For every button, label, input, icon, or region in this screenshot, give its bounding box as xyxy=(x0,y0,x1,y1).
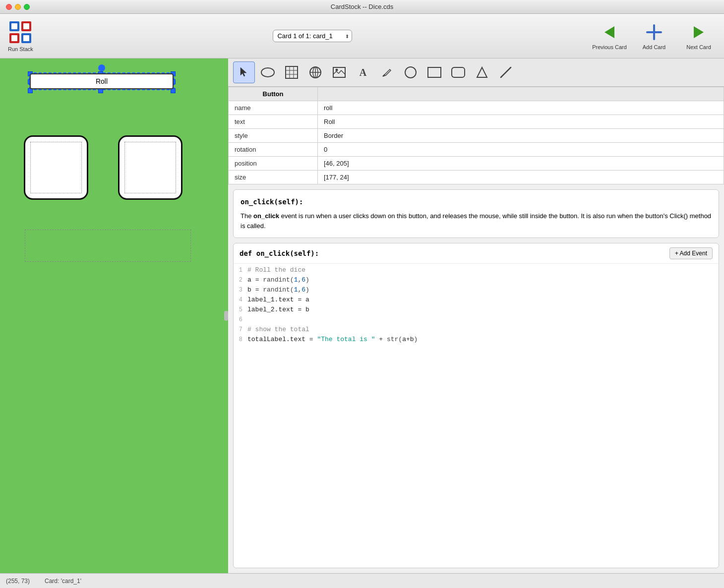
code-line-4: 4 label_1.text = a xyxy=(234,295,719,305)
card-selector[interactable]: Card 1 of 1: card_1 xyxy=(273,30,352,42)
tool-circle[interactable] xyxy=(400,61,422,83)
prop-value[interactable]: roll xyxy=(318,101,724,115)
tool-pen[interactable] xyxy=(376,61,398,83)
resize-handle[interactable] xyxy=(224,311,228,321)
table-row[interactable]: textRoll xyxy=(229,115,724,129)
dice-1-inner xyxy=(30,142,82,193)
code-editor[interactable]: def on_click(self): + Add Event 1 # Roll… xyxy=(233,243,719,568)
tool-pointer[interactable] xyxy=(233,61,255,83)
previous-card-icon xyxy=(600,22,619,42)
title-bar: CardStock -- Dice.cds xyxy=(0,0,724,14)
run-stack-button[interactable]: Run Stack xyxy=(8,20,33,52)
svg-rect-26 xyxy=(452,67,465,77)
prop-header-value xyxy=(318,87,724,101)
prop-header-property: Button xyxy=(229,87,318,101)
canvas-button-text: Roll xyxy=(96,77,108,85)
table-row[interactable]: rotation0 xyxy=(229,143,724,157)
maximize-button[interactable] xyxy=(24,4,30,10)
code-line-5: 5 label_2.text = b xyxy=(234,305,719,315)
code-line-7: 7 # show the total xyxy=(234,325,719,335)
status-bar: (255, 73) Card: 'card_1' xyxy=(0,573,724,588)
main-content: Roll xyxy=(0,59,724,573)
tool-web[interactable] xyxy=(304,61,326,83)
canvas-card[interactable]: Roll xyxy=(0,59,228,573)
prop-name: style xyxy=(229,129,318,143)
code-line-2: 2 a = randint(1,6) xyxy=(234,276,719,286)
card-dropdown[interactable]: Card 1 of 1: card_1 xyxy=(273,30,352,42)
table-row[interactable]: styleBorder xyxy=(229,129,724,143)
card-dropdown-wrapper[interactable]: Card 1 of 1: card_1 xyxy=(273,30,352,42)
svg-marker-11 xyxy=(694,26,704,38)
prop-value[interactable]: [177, 24] xyxy=(318,171,724,184)
add-event-label: + Add Event xyxy=(675,250,707,257)
dice-2[interactable] xyxy=(118,135,182,200)
previous-card-label: Previous Card xyxy=(592,44,627,50)
prop-name: position xyxy=(229,157,318,171)
table-row[interactable]: size[177, 24] xyxy=(229,171,724,184)
code-header: def on_click(self): + Add Event xyxy=(234,243,719,264)
canvas-roll-button[interactable]: Roll xyxy=(30,73,174,89)
add-event-button[interactable]: + Add Event xyxy=(669,247,713,259)
svg-rect-3 xyxy=(23,23,29,29)
code-def-line: def on_click(self): xyxy=(240,249,319,257)
svg-marker-8 xyxy=(604,26,614,38)
svg-rect-1 xyxy=(11,23,17,29)
table-row[interactable]: nameroll xyxy=(229,101,724,115)
tool-polygon[interactable] xyxy=(471,61,493,83)
svg-rect-13 xyxy=(286,66,298,78)
code-line-6: 6 xyxy=(234,315,719,325)
run-stack-label: Run Stack xyxy=(8,46,33,52)
dice-2-inner xyxy=(124,142,176,193)
traffic-lights[interactable] xyxy=(6,4,30,10)
tool-rectangle[interactable] xyxy=(423,61,445,83)
tool-rect-grid[interactable] xyxy=(281,61,302,83)
svg-rect-5 xyxy=(11,35,17,41)
dice-1[interactable] xyxy=(24,135,88,200)
minimize-button[interactable] xyxy=(15,4,21,10)
next-card-icon xyxy=(689,22,709,42)
prop-name: text xyxy=(229,115,318,129)
previous-card-button[interactable]: Previous Card xyxy=(592,22,627,50)
window-title: CardStock -- Dice.cds xyxy=(331,3,393,10)
prop-value[interactable]: 0 xyxy=(318,143,724,157)
prop-value[interactable]: [46, 205] xyxy=(318,157,724,171)
properties-table: Button namerolltextRollstyleBorderrotati… xyxy=(228,87,724,184)
help-description: The on_click event is run when a user cl… xyxy=(241,211,712,231)
add-card-button[interactable]: Add Card xyxy=(637,22,671,50)
tool-line[interactable] xyxy=(495,61,517,83)
selection-handle-top xyxy=(98,64,105,71)
add-card-icon xyxy=(644,22,664,42)
tool-rounded-rect[interactable] xyxy=(447,61,469,83)
next-card-label: Next Card xyxy=(686,44,711,50)
code-body[interactable]: 1 # Roll the dice 2 a = randint(1,6) 3 xyxy=(234,264,719,347)
prop-value[interactable]: Border xyxy=(318,129,724,143)
status-card-name: Card: 'card_1' xyxy=(45,578,81,585)
tool-text[interactable]: A xyxy=(352,61,374,83)
help-method: on_click(self): xyxy=(241,197,712,207)
svg-rect-7 xyxy=(23,35,29,41)
svg-point-23 xyxy=(336,69,338,71)
prop-name: name xyxy=(229,101,318,115)
help-box: on_click(self): The on_click event is ru… xyxy=(233,189,719,238)
status-coords: (255, 73) xyxy=(6,578,30,585)
next-card-button[interactable]: Next Card xyxy=(681,22,716,50)
svg-point-24 xyxy=(405,67,416,78)
svg-point-12 xyxy=(261,68,274,77)
toolbar: Run Stack Card 1 of 1: card_1 Previous C… xyxy=(0,14,724,59)
close-button[interactable] xyxy=(6,4,12,10)
tool-oval[interactable] xyxy=(257,61,279,83)
code-line-1: 1 # Roll the dice xyxy=(234,266,719,276)
prop-name: rotation xyxy=(229,143,318,157)
properties-panel: A xyxy=(228,59,724,573)
run-stack-icon xyxy=(8,20,32,44)
prop-value[interactable]: Roll xyxy=(318,115,724,129)
tool-palette: A xyxy=(228,59,724,87)
tool-image[interactable] xyxy=(328,61,350,83)
label-placeholder xyxy=(25,230,191,262)
svg-line-27 xyxy=(501,67,511,77)
add-card-label: Add Card xyxy=(643,44,665,50)
table-row[interactable]: position[46, 205] xyxy=(229,157,724,171)
code-line-3: 3 b = randint(1,6) xyxy=(234,286,719,295)
svg-rect-25 xyxy=(428,67,441,77)
canvas-area: Roll xyxy=(0,59,228,573)
